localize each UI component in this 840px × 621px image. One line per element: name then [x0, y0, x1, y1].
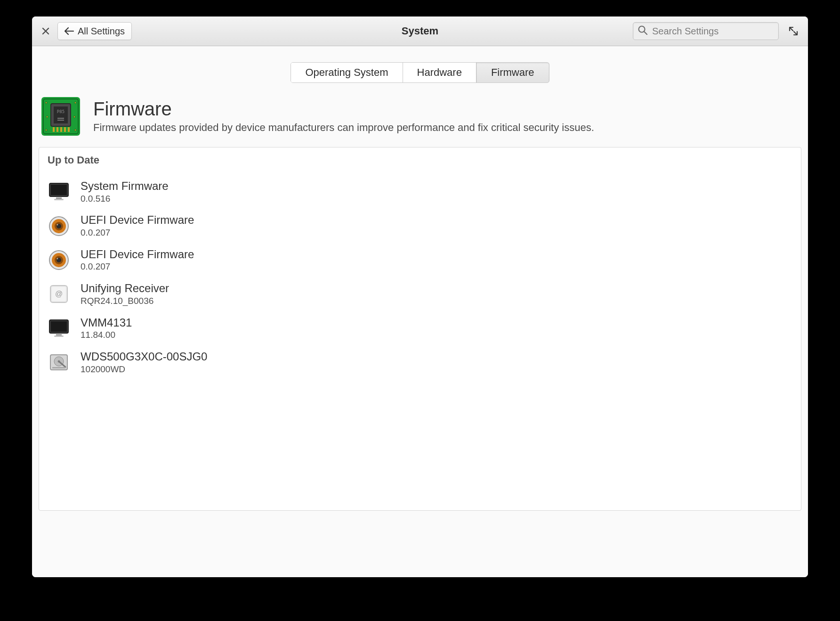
device-version: 102000WD	[81, 364, 207, 375]
svg-rect-16	[60, 127, 62, 132]
maximize-button[interactable]	[785, 22, 801, 40]
firmware-list-heading: Up to Date	[48, 154, 792, 166]
tab-hardware[interactable]: Hardware	[403, 63, 477, 82]
svg-rect-39	[54, 335, 64, 337]
search-icon	[638, 25, 648, 37]
device-version: 0.0.207	[81, 228, 194, 238]
svg-point-9	[74, 102, 76, 104]
tab-label: Hardware	[417, 66, 462, 78]
receiver-icon: @	[48, 283, 70, 305]
svg-rect-7	[57, 120, 64, 121]
list-item[interactable]: UEFI Device Firmware 0.0.207	[48, 243, 792, 277]
device-name: VMM4131	[81, 316, 132, 329]
svg-point-27	[57, 224, 58, 225]
svg-rect-15	[57, 127, 58, 132]
list-item[interactable]: UEFI Device Firmware 0.0.207	[48, 209, 792, 243]
svg-rect-43	[52, 367, 65, 368]
titlebar: All Settings System	[32, 16, 808, 46]
all-settings-label: All Settings	[78, 26, 125, 37]
list-item[interactable]: System Firmware 0.0.516	[48, 175, 792, 209]
cpu-chip-icon: P85	[40, 96, 81, 137]
svg-point-13	[73, 116, 75, 118]
section-header: P85	[39, 96, 801, 147]
device-version: 11.84.00	[81, 330, 132, 341]
svg-rect-38	[56, 334, 62, 335]
svg-point-11	[74, 129, 76, 131]
close-icon	[42, 27, 49, 35]
search-field[interactable]	[633, 22, 779, 40]
svg-point-8	[45, 102, 47, 104]
svg-point-10	[45, 129, 47, 131]
list-item[interactable]: VMM4131 11.84.00	[48, 311, 792, 345]
svg-point-32	[57, 258, 58, 260]
all-settings-button[interactable]: All Settings	[57, 22, 132, 40]
hdd-icon	[48, 351, 70, 374]
monitor-icon	[48, 317, 70, 340]
maximize-icon	[789, 26, 798, 36]
svg-rect-21	[56, 197, 62, 199]
tab-label: Firmware	[491, 66, 534, 78]
tab-firmware[interactable]: Firmware	[476, 62, 549, 83]
page-subtitle: Firmware updates provided by device manu…	[93, 122, 800, 134]
svg-rect-20	[51, 185, 67, 195]
svg-rect-22	[54, 199, 64, 200]
settings-window: All Settings System Operating System Har…	[32, 16, 808, 577]
back-arrow-icon	[65, 27, 74, 35]
search-input[interactable]	[633, 22, 779, 40]
svg-text:P85: P85	[57, 109, 65, 114]
device-version: 0.0.207	[81, 261, 194, 272]
tabs: Operating System Hardware Firmware	[39, 46, 801, 96]
svg-rect-18	[68, 127, 70, 132]
content-area: Operating System Hardware Firmware P85	[32, 46, 808, 577]
device-version: 0.0.516	[81, 194, 169, 204]
list-item[interactable]: @ Unifying Receiver RQR24.10_B0036	[48, 277, 792, 311]
tab-operating-system[interactable]: Operating System	[291, 63, 403, 82]
page-title: Firmware	[93, 99, 800, 119]
close-button[interactable]	[39, 22, 53, 40]
svg-rect-17	[64, 127, 66, 132]
svg-rect-14	[53, 127, 55, 132]
device-name: UEFI Device Firmware	[81, 248, 194, 261]
device-name: System Firmware	[81, 180, 169, 193]
tab-label: Operating System	[305, 66, 388, 78]
device-version: RQR24.10_B0036	[81, 296, 169, 307]
speaker-icon	[48, 249, 70, 271]
device-name: UEFI Device Firmware	[81, 213, 194, 227]
svg-text:@: @	[55, 290, 63, 298]
firmware-list-card: Up to Date System Firmware 0.0.516	[39, 147, 801, 511]
svg-point-12	[46, 116, 48, 118]
device-name: Unifying Receiver	[81, 282, 169, 295]
device-name: WDS500G3X0C-00SJG0	[81, 350, 207, 363]
svg-rect-6	[57, 118, 64, 119]
monitor-icon	[48, 180, 70, 203]
list-item[interactable]: WDS500G3X0C-00SJG0 102000WD	[48, 345, 792, 379]
speaker-icon	[48, 215, 70, 237]
svg-rect-37	[51, 321, 67, 332]
